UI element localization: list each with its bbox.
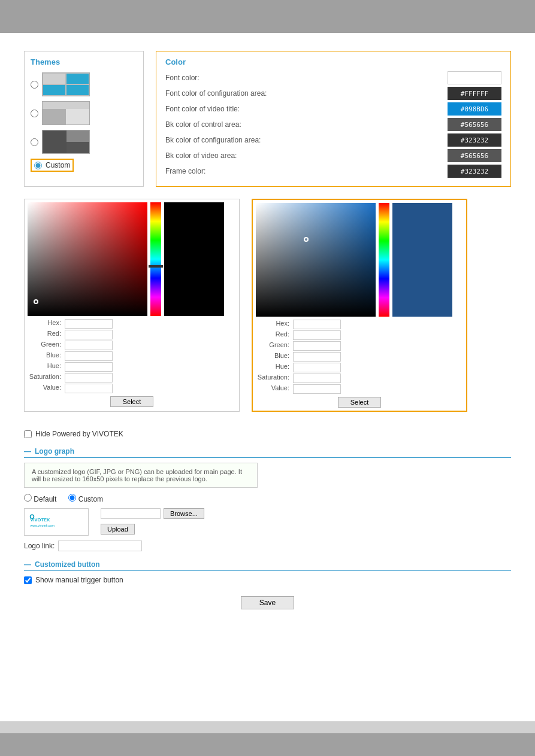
picker1-gradient-container[interactable]	[28, 202, 147, 316]
picker2-red-input[interactable]: 35	[293, 330, 341, 340]
top-bar	[0, 0, 535, 33]
picker2-sat-label: Saturation:	[256, 374, 292, 383]
color-swatch-6[interactable]: #323232	[448, 165, 501, 178]
bottom-section: Hide Powered by VIVOTEK Logo graph A cus…	[24, 430, 511, 609]
theme2-preview	[42, 101, 90, 125]
logo-link-row: Logo link: http://www.vivotek.com	[24, 541, 511, 551]
custom-logo-radio[interactable]	[68, 494, 76, 502]
theme1-cell4	[66, 84, 89, 96]
customized-btn-section: Customized button Show manual trigger bu…	[24, 560, 511, 584]
theme2-main	[43, 109, 89, 125]
picker1-gradient[interactable]	[28, 202, 147, 316]
picker1-fields: Hex: 4000000 Red: 0 Green: 0 Blue: 0 Hue…	[28, 319, 236, 393]
hide-powered-row: Hide Powered by VIVOTEK	[24, 430, 511, 438]
theme1-cell3	[43, 84, 66, 96]
theme3-rb	[67, 142, 89, 153]
custom-option[interactable]: Custom	[31, 159, 137, 172]
logo-link-input[interactable]: http://www.vivotek.com	[58, 541, 142, 551]
color-swatch-1[interactable]: #FFFFFF	[448, 87, 501, 100]
picker1-cursor	[34, 299, 38, 304]
picker1-hue-bar[interactable]	[150, 202, 161, 316]
default-logo-label[interactable]: Default	[24, 494, 56, 503]
picker2-blue-input[interactable]: 138	[293, 352, 341, 362]
picker2-blue-label: Blue:	[256, 352, 292, 362]
theme3-radio[interactable]	[31, 138, 38, 146]
browse-button[interactable]: Browse...	[164, 508, 204, 519]
picker2-select-button[interactable]: Select	[338, 397, 382, 408]
customized-btn-title: Customized button	[24, 560, 511, 571]
theme1-option[interactable]	[31, 72, 137, 96]
custom-logo-label[interactable]: Custom	[68, 494, 103, 503]
theme2-radio[interactable]	[31, 110, 38, 117]
picker1-select-button[interactable]: Select	[110, 396, 154, 407]
picker1-val-input[interactable]: 0	[65, 384, 113, 393]
picker1-main-area	[28, 202, 236, 316]
svg-text:www.vivotek.com: www.vivotek.com	[31, 524, 55, 527]
color-label-3: Bk color of control area:	[165, 120, 285, 129]
picker1-hue-container[interactable]	[150, 202, 161, 316]
color-swatch-2[interactable]: #098BD6	[448, 102, 501, 116]
color-label-4: Bk color of configuration area:	[165, 136, 285, 144]
picker1-blue-input[interactable]: 0	[65, 351, 113, 361]
picker1-val-label: Value:	[28, 384, 64, 393]
picker1-sat-label: Saturation:	[28, 373, 64, 382]
picker1-hue-input[interactable]: 0	[65, 362, 113, 372]
themes-box: Themes	[24, 51, 144, 187]
color-label-5: Bk color of video area:	[165, 151, 285, 160]
picker2-hue-bar[interactable]	[379, 203, 389, 317]
custom-radio[interactable]	[34, 162, 42, 169]
color-label-2: Font color of video title:	[165, 105, 285, 113]
hide-powered-checkbox[interactable]	[24, 430, 32, 438]
color-label-1: Font color of configuration area:	[165, 89, 285, 98]
logo-upload-row: Browse...	[101, 508, 204, 519]
theme1-inner	[43, 73, 89, 96]
picker2-hex-input[interactable]: #23538A	[293, 320, 341, 329]
color-picker-2: Hex: #23538A Red: 35 Green: 83 Blue: 138…	[252, 199, 467, 412]
show-trigger-checkbox[interactable]	[24, 576, 32, 584]
save-button[interactable]: Save	[241, 596, 294, 609]
file-upload-input[interactable]	[101, 508, 161, 519]
theme1-cell1	[43, 73, 66, 84]
picker2-hex-label: Hex:	[256, 320, 292, 329]
picker1-red-input[interactable]: 0	[65, 330, 113, 339]
picker1-blue-label: Blue:	[28, 351, 64, 361]
picker2-hue-container[interactable]	[379, 203, 389, 317]
picker1-green-input[interactable]: 0	[65, 341, 113, 350]
color-picker-1: Hex: 4000000 Red: 0 Green: 0 Blue: 0 Hue…	[24, 199, 240, 412]
color-swatch-4[interactable]: #323232	[448, 133, 501, 147]
themes-title: Themes	[31, 57, 137, 66]
color-swatch-5[interactable]: #565656	[448, 149, 501, 162]
picker2-sat-input[interactable]: 74.6	[293, 374, 341, 383]
picker2-gradient[interactable]	[256, 203, 376, 317]
vivotek-logo-area: VIVOTEK www.vivotek.com	[24, 508, 89, 536]
picker2-val-label: Value:	[256, 384, 292, 394]
color-swatch-0[interactable]	[448, 71, 501, 84]
picker1-green-label: Green:	[28, 341, 64, 350]
themes-color-row: Themes	[24, 51, 511, 187]
show-trigger-row: Show manual trigger button	[24, 576, 511, 584]
picker1-sat-input[interactable]: 0	[65, 373, 113, 382]
theme2-left	[43, 109, 66, 125]
theme3-rt	[67, 130, 89, 142]
theme3-option[interactable]	[31, 130, 137, 154]
picker2-hue-input[interactable]: 212	[293, 363, 341, 372]
picker1-hex-input[interactable]: 4000000	[65, 319, 113, 329]
picker2-gradient-container[interactable]	[256, 203, 376, 317]
picker2-val-input[interactable]: 54.1	[293, 384, 341, 394]
picker1-hue-label: Hue:	[28, 362, 64, 372]
theme1-radio[interactable]	[31, 81, 38, 89]
color-row-3: Bk color of control area: #565656	[165, 118, 501, 131]
main-content: Themes	[0, 33, 535, 721]
picker1-red-label: Red:	[28, 330, 64, 339]
theme3-right	[67, 130, 89, 153]
custom-label: Custom	[46, 161, 70, 169]
default-logo-radio[interactable]	[24, 494, 32, 502]
theme1-preview	[42, 72, 90, 96]
theme2-right	[66, 109, 89, 125]
theme2-top	[43, 102, 89, 109]
theme2-option[interactable]	[31, 101, 137, 125]
picker2-green-input[interactable]: 83	[293, 341, 341, 351]
picker2-main-area	[256, 203, 463, 317]
upload-button[interactable]: Upload	[101, 524, 135, 535]
color-swatch-3[interactable]: #565656	[448, 118, 501, 131]
